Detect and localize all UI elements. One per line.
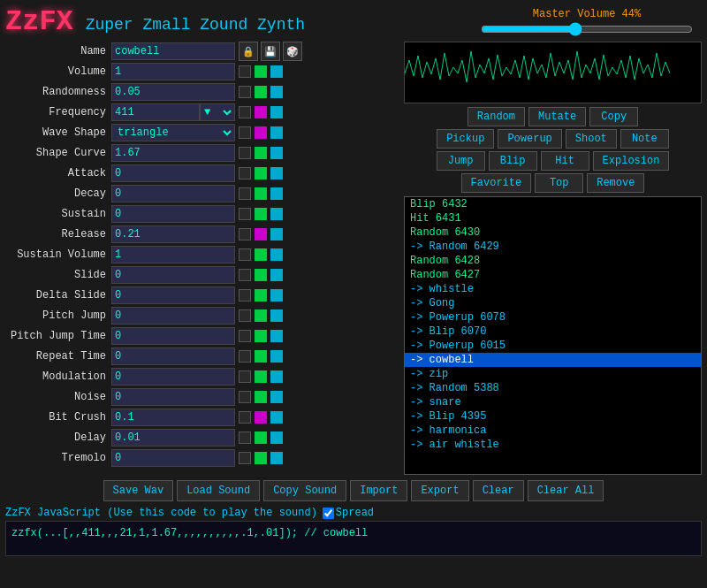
waveshape-select[interactable]: triangle sine sawtooth tan bit noise — [111, 124, 235, 141]
dot3[interactable] — [270, 147, 283, 159]
dot2[interactable] — [255, 391, 267, 403]
dot3[interactable] — [270, 187, 283, 200]
pickup-button[interactable]: Pickup — [437, 129, 494, 149]
dot2[interactable] — [255, 147, 267, 159]
dot3[interactable] — [270, 370, 283, 383]
dot3[interactable] — [270, 126, 283, 139]
bitcrush-input[interactable] — [111, 409, 235, 426]
dot3[interactable] — [270, 411, 283, 424]
list-item[interactable]: Blip 6432 — [405, 197, 701, 211]
top-button[interactable]: Top — [535, 173, 583, 193]
dot1[interactable] — [239, 147, 251, 159]
powerup-button[interactable]: Powerup — [498, 129, 561, 149]
slide-input[interactable] — [111, 266, 235, 284]
dot2[interactable] — [255, 167, 267, 179]
dot3[interactable] — [270, 248, 283, 261]
shoot-button[interactable]: Shoot — [566, 129, 617, 149]
dot3[interactable] — [270, 452, 283, 464]
list-item[interactable]: -> Random 5388 — [405, 381, 701, 395]
list-item[interactable]: -> whistle — [405, 282, 701, 296]
list-item[interactable]: -> harmonica — [405, 424, 701, 438]
dot3[interactable] — [270, 106, 283, 118]
dot3[interactable] — [270, 269, 283, 281]
pitchjumptime-input[interactable] — [111, 327, 235, 345]
deltaslide-input[interactable] — [111, 286, 235, 304]
copy-button[interactable]: Copy — [589, 107, 638, 126]
sustainvol-input[interactable] — [111, 246, 235, 263]
dot1[interactable] — [239, 86, 251, 98]
dot2[interactable] — [255, 106, 267, 118]
dot1[interactable] — [239, 269, 251, 281]
volume-input[interactable] — [111, 63, 235, 80]
dot2[interactable] — [255, 330, 267, 342]
dot1[interactable] — [239, 126, 251, 139]
dot2[interactable] — [255, 309, 267, 322]
dot1[interactable] — [239, 391, 251, 403]
sound-list[interactable]: Blip 6432Hit 6431Random 6430-> Random 64… — [404, 196, 702, 475]
dot1[interactable] — [239, 106, 251, 118]
attack-input[interactable] — [111, 164, 235, 182]
dot2[interactable] — [255, 126, 267, 139]
dot1[interactable] — [239, 370, 251, 383]
dot3[interactable] — [270, 86, 283, 98]
save-icon[interactable]: 💾 — [261, 42, 280, 61]
list-item[interactable]: -> Random 6429 — [405, 240, 701, 254]
release-input[interactable] — [111, 225, 235, 243]
dot1[interactable] — [239, 411, 251, 424]
favorite-button[interactable]: Favorite — [461, 173, 532, 193]
dot2[interactable] — [255, 370, 267, 383]
list-item[interactable]: -> cowbell — [405, 353, 701, 367]
dot3[interactable] — [270, 309, 283, 322]
dot2[interactable] — [255, 411, 267, 424]
dot1[interactable] — [239, 187, 251, 200]
delay-input[interactable] — [111, 429, 235, 447]
explosion-button[interactable]: Explosion — [593, 151, 670, 171]
randomness-input[interactable] — [111, 83, 235, 101]
dot2[interactable] — [255, 248, 267, 261]
export-button[interactable]: Export — [411, 480, 468, 501]
dot3[interactable] — [270, 208, 283, 220]
dot1[interactable] — [239, 289, 251, 302]
modulation-input[interactable] — [111, 368, 235, 386]
dot3[interactable] — [270, 350, 283, 363]
tremolo-input[interactable] — [111, 449, 235, 467]
list-item[interactable]: -> Powerup 6078 — [405, 310, 701, 325]
dot3[interactable] — [270, 330, 283, 342]
dice-icon[interactable]: 🎲 — [283, 42, 302, 61]
import-button[interactable]: Import — [350, 480, 407, 501]
lock-icon[interactable]: 🔒 — [239, 42, 258, 61]
code-output[interactable] — [5, 521, 702, 556]
dot2[interactable] — [255, 228, 267, 241]
hit-button[interactable]: Hit — [541, 151, 589, 171]
spread-checkbox[interactable] — [323, 508, 334, 519]
dot1[interactable] — [239, 167, 251, 179]
list-item[interactable]: -> Powerup 6015 — [405, 339, 701, 353]
list-item[interactable]: Hit 6431 — [405, 211, 701, 225]
dot1[interactable] — [239, 248, 251, 261]
save-wav-button[interactable]: Save Wav — [103, 480, 174, 501]
dot3[interactable] — [270, 65, 283, 78]
list-item[interactable]: Random 6428 — [405, 254, 701, 268]
dot2[interactable] — [255, 431, 267, 444]
dot1[interactable] — [239, 208, 251, 220]
dot1[interactable] — [239, 452, 251, 464]
list-item[interactable]: Random 6427 — [405, 268, 701, 282]
jump-button[interactable]: Jump — [437, 151, 485, 171]
dot3[interactable] — [270, 289, 283, 302]
dot2[interactable] — [255, 269, 267, 281]
dot1[interactable] — [239, 330, 251, 342]
master-volume-slider[interactable] — [481, 22, 693, 36]
dot3[interactable] — [270, 391, 283, 403]
list-item[interactable]: -> Blip 6070 — [405, 325, 701, 339]
list-item[interactable]: -> Blip 4395 — [405, 409, 701, 424]
dot2[interactable] — [255, 452, 267, 464]
dot2[interactable] — [255, 208, 267, 220]
clear-all-button[interactable]: Clear All — [528, 480, 604, 501]
remove-button[interactable]: Remove — [587, 173, 644, 193]
blip-button[interactable]: Blip — [489, 151, 537, 171]
dot1[interactable] — [239, 65, 251, 78]
dot1[interactable] — [239, 228, 251, 241]
shapecurve-input[interactable] — [111, 144, 235, 162]
list-item[interactable]: Random 6430 — [405, 225, 701, 240]
dot1[interactable] — [239, 309, 251, 322]
